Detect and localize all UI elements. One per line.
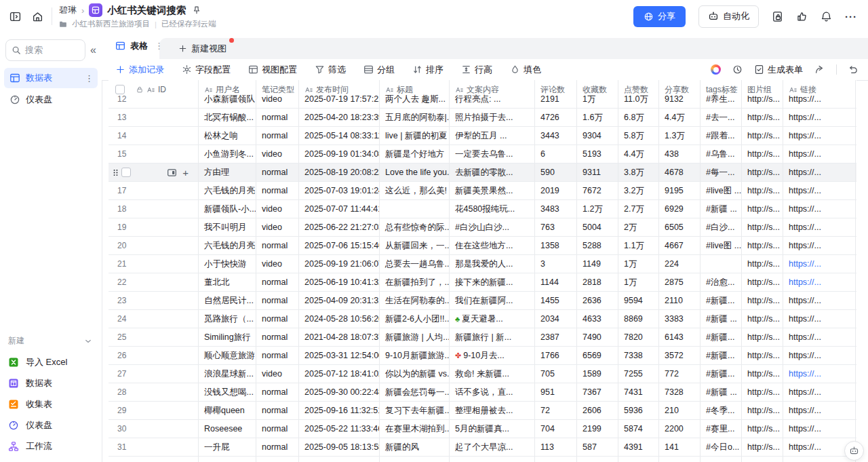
create-item-workflow[interactable]: 工作流: [0, 436, 102, 457]
cell-link[interactable]: https://...: [783, 90, 856, 108]
toolbar-gear-button[interactable]: 字段配置: [182, 64, 231, 76]
cell-user[interactable]: 自然居民计...: [199, 292, 256, 309]
cell-content[interactable]: ♣夏天避暑...: [450, 310, 535, 328]
cell-tags[interactable]: #赛里...: [701, 420, 742, 438]
cell-content[interactable]: ✤9-10月去...: [450, 347, 535, 364]
cell-user[interactable]: 董北北: [199, 273, 256, 291]
cell-time[interactable]: 2025-07-12 18:41:02: [299, 365, 380, 383]
cell-images[interactable]: http://s...: [742, 420, 783, 438]
cell-time[interactable]: 2025-09-30 00:22:48: [299, 383, 380, 401]
cell-user[interactable]: 觅路旅行（...: [199, 310, 256, 328]
cell-shares[interactable]: 224: [659, 255, 701, 273]
cell-title[interactable]: 新疆会惩罚每一...: [380, 383, 450, 401]
cell-type[interactable]: video: [256, 145, 299, 163]
cell-row-index[interactable]: +: [108, 163, 199, 181]
cell-row-index[interactable]: 25: [108, 328, 199, 346]
cell-link[interactable]: https://...: [783, 218, 856, 236]
cell-images[interactable]: http://s...: [742, 347, 783, 364]
cell-user[interactable]: 六毛钱的月亮: [199, 182, 256, 199]
cell-images[interactable]: http://s...: [742, 127, 783, 145]
cell-user[interactable]: 小于快快游: [199, 255, 256, 273]
cell-user[interactable]: 小鱼游到冬...: [199, 145, 256, 163]
cell-collects[interactable]: 7490: [577, 328, 618, 346]
table-row[interactable]: 13北冥有锅酸...normal2025-04-20 18:23:39五月底的阿…: [108, 109, 856, 127]
cell-collects[interactable]: 5288: [577, 237, 618, 254]
cell-collects[interactable]: 9304: [577, 127, 618, 145]
cell-collects[interactable]: 5004: [577, 218, 618, 236]
cell-title[interactable]: 在赛里木湖拍到...: [380, 420, 450, 438]
cell-comments[interactable]: 951: [535, 383, 577, 401]
cell-likes[interactable]: 7820: [618, 328, 659, 346]
cell-comments[interactable]: 3443: [535, 127, 577, 145]
table-row[interactable]: 25Similing旅行normal2021-04-28 18:07:37新疆旅…: [108, 328, 856, 347]
cell-type[interactable]: normal: [256, 328, 299, 346]
cell-user[interactable]: 松林之响: [199, 127, 256, 145]
cell-title[interactable]: 两个人去 趣斯...: [380, 90, 450, 108]
cell-shares[interactable]: 4678: [659, 163, 701, 181]
cell-likes[interactable]: 9594: [618, 292, 659, 309]
cell-row-index[interactable]: 30: [108, 420, 199, 438]
cell-time[interactable]: 2025-06-22 21:27:03: [299, 218, 380, 236]
cell-tags[interactable]: #跟着...: [701, 127, 742, 145]
cell-user[interactable]: 没钱又想喝...: [199, 383, 256, 401]
cell-collects[interactable]: 587: [577, 438, 618, 456]
cell-time[interactable]: 2025-08-19 20:08:22: [299, 163, 380, 181]
cell-shares[interactable]: 141: [659, 438, 701, 456]
sidebar-toggle-icon[interactable]: [9, 11, 21, 22]
share-button[interactable]: 分享: [633, 6, 686, 27]
cell-collects[interactable]: 1589: [577, 365, 618, 383]
cell-likes[interactable]: 5936: [618, 402, 659, 419]
home-icon[interactable]: [32, 11, 43, 22]
cell-likes[interactable]: 4391: [618, 438, 659, 456]
cell-type[interactable]: normal: [256, 237, 299, 254]
cell-collects[interactable]: 1.6万: [577, 109, 618, 126]
cell-tags[interactable]: #养生...: [701, 90, 742, 108]
cell-content[interactable]: 那是我爱的人...: [450, 255, 535, 273]
cell-type[interactable]: normal: [256, 109, 299, 126]
cell-collects[interactable]: 1.2万: [577, 200, 618, 218]
cell-time[interactable]: 2025-04-20 18:23:39: [299, 109, 380, 126]
cell-content[interactable]: 起了个大早凉...: [450, 438, 535, 456]
cell-row-index[interactable]: 18: [108, 200, 199, 218]
cell-row-index[interactable]: 14: [108, 127, 199, 145]
cell-shares[interactable]: 438: [659, 145, 701, 163]
cell-tags[interactable]: #新疆...: [701, 347, 742, 364]
like-icon[interactable]: [796, 11, 808, 22]
cell-tags[interactable]: [701, 255, 742, 273]
cell-user[interactable]: 椰椰queen: [199, 402, 256, 419]
cell-link[interactable]: https://...: [783, 310, 856, 328]
cell-content[interactable]: 接下来的新疆...: [450, 273, 535, 291]
table-row[interactable]: 27浪浪星球新...video2025-07-12 18:41:02你以为的新疆…: [108, 365, 856, 383]
cell-user[interactable]: 一升屁: [199, 438, 256, 456]
cell-collects[interactable]: 2636: [577, 292, 618, 309]
cell-time[interactable]: 2025-03-31 12:54:00: [299, 347, 380, 364]
cell-title[interactable]: 总有些惊奇的际...: [380, 218, 450, 236]
cell-link[interactable]: https://...: [783, 255, 856, 273]
cell-tags[interactable]: #新疆 ...: [701, 200, 742, 218]
create-label[interactable]: 新建: [8, 335, 24, 347]
cell-content[interactable]: 住在这些地方...: [450, 237, 535, 254]
cell-shares[interactable]: 2875: [659, 273, 701, 291]
cell-time[interactable]: 2024-05-28 10:56:26: [299, 310, 380, 328]
cell-collects[interactable]: 7672: [577, 182, 618, 199]
cell-collects[interactable]: 1万: [577, 90, 618, 108]
cell-comments[interactable]: 2191: [535, 90, 577, 108]
cell-shares[interactable]: 6505: [659, 218, 701, 236]
tab-menu-icon[interactable]: ⋮: [155, 41, 163, 51]
cell-title[interactable]: 在新疆拍到了，...: [380, 273, 450, 291]
table-row[interactable]: 20六毛钱的月亮normal2025-07-06 15:15:40从新疆回来，一…: [108, 237, 856, 255]
cell-comments[interactable]: 2034: [535, 310, 577, 328]
sidebar-item-datasheet[interactable]: 数据表⋮: [4, 68, 98, 88]
cell-tags[interactable]: #live图 ...: [701, 182, 742, 199]
cell-likes[interactable]: 3.8万: [618, 163, 659, 181]
table-row[interactable]: 21小于快快游video2025-09-19 21:06:07总要去一趟乌鲁..…: [108, 255, 856, 273]
cell-link[interactable]: https://...: [783, 383, 856, 401]
cell-time[interactable]: 2021-04-28 18:07:37: [299, 328, 380, 346]
cell-title[interactable]: live | 新疆的初夏: [380, 127, 450, 145]
cell-row-index[interactable]: 13: [108, 109, 199, 126]
cell-time[interactable]: 2025-07-19 17:57:21: [299, 90, 380, 108]
cell-likes[interactable]: 6.8万: [618, 109, 659, 126]
cell-shares[interactable]: 4.4万: [659, 109, 701, 126]
cell-title[interactable]: 新疆是个好地方: [380, 145, 450, 163]
create-item-excel[interactable]: 导入 Excel: [0, 351, 102, 372]
